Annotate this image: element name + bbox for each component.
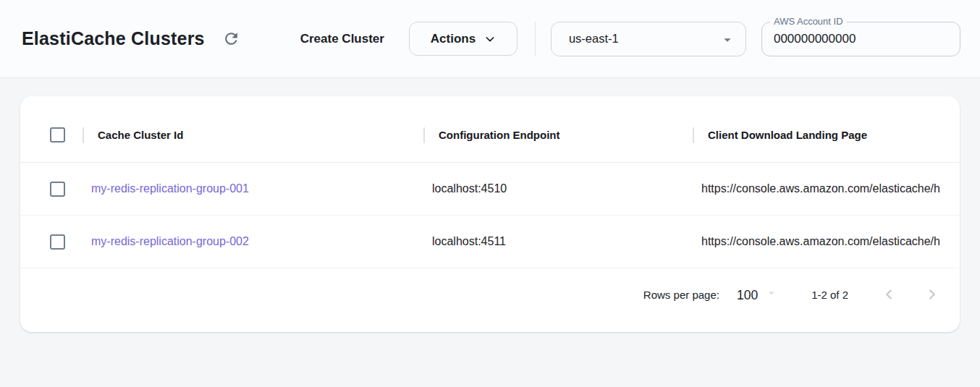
column-header-label: Cache Cluster Id [98,129,183,141]
chevron-down-icon [484,33,496,45]
header-divider [535,22,536,56]
chevron-left-icon [882,286,897,302]
cell-client-download-landing-page: https://console.aws.amazon.com/elasticac… [693,235,960,248]
column-header-client-download-landing-page[interactable]: Client Download Landing Page [693,108,960,162]
rows-per-page-select[interactable]: 100 [737,286,778,303]
chevron-right-icon [924,286,939,302]
table-row[interactable]: my-redis-replication-group-001 localhost… [20,163,960,216]
previous-page-button[interactable] [876,281,903,308]
aws-account-id-input[interactable] [774,32,940,46]
aws-account-id-label: AWS Account ID [770,16,847,27]
refresh-button[interactable] [219,27,244,51]
content-area: Cache Cluster Id Configuration Endpoint … [0,78,980,332]
region-select-value: us-east-1 [569,32,619,46]
row-select-cell [20,216,83,268]
row-checkbox[interactable] [50,234,65,250]
row-checkbox[interactable] [50,182,65,197]
cell-configuration-endpoint: localhost:4510 [423,182,693,195]
actions-button-label: Actions [431,32,476,46]
refresh-icon [222,30,240,48]
caret-down-icon [765,286,778,302]
row-select-cell [20,163,83,215]
cell-client-download-landing-page: https://console.aws.amazon.com/elasticac… [693,182,960,195]
clusters-table-card: Cache Cluster Id Configuration Endpoint … [20,96,960,332]
create-cluster-button[interactable]: Create Cluster [300,32,384,46]
actions-button[interactable]: Actions [409,22,518,56]
cell-cache-cluster-id: my-redis-replication-group-002 [83,235,423,248]
column-separator [693,127,694,143]
table-pagination: Rows per page: 100 1-2 of 2 [20,268,960,320]
column-header-cache-cluster-id[interactable]: Cache Cluster Id [83,108,423,162]
column-separator [423,127,425,143]
column-separator [83,127,84,143]
select-all-cell [20,108,83,162]
next-page-button[interactable] [918,281,945,308]
cluster-link[interactable]: my-redis-replication-group-002 [91,235,249,247]
column-header-configuration-endpoint[interactable]: Configuration Endpoint [423,108,693,162]
pagination-range-label: 1-2 of 2 [811,289,848,301]
column-header-label: Configuration Endpoint [439,129,559,141]
header-bar: ElastiCache Clusters Create Cluster Acti… [0,0,980,78]
table-row[interactable]: my-redis-replication-group-002 localhost… [20,216,960,268]
cell-configuration-endpoint: localhost:4511 [423,235,693,248]
table-header-row: Cache Cluster Id Configuration Endpoint … [20,108,960,163]
rows-per-page-value: 100 [737,288,758,303]
caret-down-icon [719,32,735,51]
aws-account-id-field[interactable]: AWS Account ID [761,22,960,56]
cell-cache-cluster-id: my-redis-replication-group-001 [83,182,423,195]
cluster-link[interactable]: my-redis-replication-group-001 [91,182,249,195]
column-header-label: Client Download Landing Page [708,129,867,141]
rows-per-page-label: Rows per page: [643,289,719,301]
select-all-checkbox[interactable] [50,127,65,143]
region-select[interactable]: us-east-1 [551,22,746,56]
page-title: ElastiCache Clusters [22,28,205,49]
